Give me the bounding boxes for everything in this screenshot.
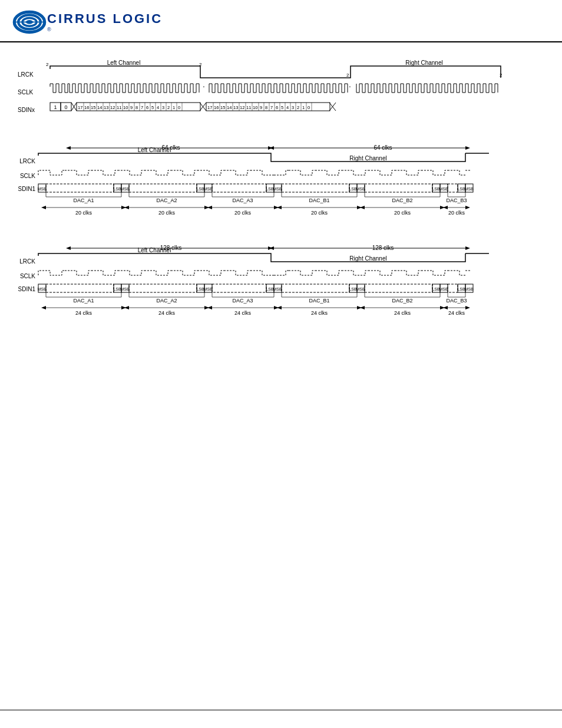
d3-a3-ahl — [207, 306, 212, 309]
bit-3: 3 — [162, 105, 164, 110]
d2-dacb3-text: DAC_B3 — [446, 197, 467, 203]
d2-right-channel: Right Channel — [349, 155, 386, 162]
d2-a1-clk-text: 20 clks — [75, 210, 92, 216]
rbit-14: 14 — [227, 105, 232, 110]
bit-annot-1a: 2 — [46, 62, 49, 67]
bit-15: 15 — [91, 105, 95, 110]
d3-b2-clk-text: 24 clks — [394, 310, 411, 316]
d3-daca1-text: DAC_A1 — [73, 298, 94, 304]
rbit-9: 9 — [260, 105, 262, 110]
logo: CIRRUS LOGIC ® — [12, 7, 163, 37]
bit-annot-1b: 2 — [199, 62, 202, 67]
left-channel-label-1: Left Channel — [107, 60, 141, 66]
d3-a2-msb: MSB — [120, 287, 130, 291]
bit-annot-1c: 2 — [346, 73, 349, 78]
d2-b3-clk-arrowhead-r — [465, 206, 470, 209]
d2-lrck-wave — [38, 153, 465, 162]
d3-b3-clk-text: 24 clks — [448, 310, 465, 316]
rbit-5: 5 — [281, 105, 283, 110]
bit-2: 2 — [167, 105, 170, 110]
d2-b1-data — [282, 184, 349, 192]
d2-a3-clk-arrowhead-l — [207, 206, 212, 209]
d2-dacb2-text: DAC_B2 — [392, 197, 412, 203]
bit-7: 7 — [141, 105, 143, 110]
d3-right-channel: Right Channel — [349, 255, 386, 262]
d3-a3-clk-text: 24 clks — [234, 310, 252, 316]
rbit-1: 1 — [302, 105, 305, 110]
d3-b3-data — [448, 284, 458, 292]
bit-1: 1 — [173, 105, 175, 110]
rbit-16: 16 — [214, 105, 219, 110]
d3-lrck-wave — [38, 253, 465, 262]
d2-b1-msb: MSB — [273, 187, 282, 191]
d3-b2-ahl — [360, 306, 365, 309]
bit-8: 8 — [135, 105, 138, 110]
rbit-12: 12 — [240, 105, 244, 110]
lrck-wave-1 — [50, 66, 501, 78]
bit-9: 9 — [130, 105, 133, 110]
lrck-label-1: LRCK — [18, 71, 34, 78]
rbit-0: 0 — [308, 105, 310, 110]
d3-dacb3-text: DAC_B3 — [446, 298, 467, 304]
diagram3: 128 clks 128 clks LRCK Left Channel Righ… — [18, 243, 544, 319]
d2-right-arrowhead-l — [269, 146, 274, 150]
d3-dacb1-text: DAC_B1 — [309, 298, 329, 304]
d2-a1-clk-arrowhead-l — [41, 206, 46, 209]
main-content: LRCK Left Channel Right Channel 2 2 2 2 … — [0, 42, 562, 355]
d2-a1-data — [46, 184, 114, 192]
bit-5: 5 — [151, 105, 154, 110]
d2-b2-msb: MSB — [356, 187, 365, 191]
d3-a2-data — [129, 284, 197, 292]
d2-left-arrowhead-l — [66, 146, 71, 150]
bit-17: 17 — [78, 105, 82, 110]
d2-a2-data — [129, 184, 197, 192]
d2-b3-clk-arrowhead-l — [443, 206, 448, 209]
d2-end-msb: MSB — [464, 187, 474, 191]
bit-0-left: 0 — [178, 105, 180, 110]
d3-dacb2-text: DAC_B2 — [392, 298, 412, 304]
bit-16: 16 — [84, 105, 89, 110]
diagram2-svg: 64 clks 64 clks LRCK Left Channel Right … — [18, 143, 536, 219]
d2-b2-clk-arrowhead-l — [360, 206, 365, 209]
d3-end-msb: MSB — [464, 287, 474, 291]
footer-divider — [0, 710, 562, 710]
rbit-7: 7 — [270, 105, 273, 110]
d2-lrck-label: LRCK — [19, 158, 35, 164]
bit-4: 4 — [157, 105, 159, 110]
d2-a3-msb: MSB — [203, 187, 213, 191]
sclk-label-1: SCLK — [18, 89, 33, 95]
d2-a1-msb: MSB — [37, 187, 47, 191]
d3-right-arrowhead-l — [269, 246, 274, 250]
d3-a1-msb: MSB — [37, 287, 47, 291]
d2-b2-data — [365, 184, 432, 192]
d3-b1-msb: MSB — [273, 287, 282, 291]
d2-b3-msb: MSB — [439, 187, 448, 191]
diagram3-svg: 128 clks 128 clks LRCK Left Channel Righ… — [18, 243, 536, 319]
sdinx-label: SDINx — [18, 107, 35, 113]
rbit-4: 4 — [286, 105, 289, 110]
d2-daca3-text: DAC_A3 — [232, 197, 253, 203]
d3-a1-clk-text: 24 clks — [75, 310, 92, 316]
d2-daca2-text: DAC_A2 — [156, 197, 177, 203]
d3-a1-ahl — [41, 306, 46, 309]
right-channel-label-1: Right Channel — [405, 60, 442, 66]
d3-a3-msb: MSB — [203, 287, 213, 291]
d3-b3-ahl — [443, 306, 448, 309]
d2-b3-clk-text: 20 clks — [448, 210, 465, 216]
d2-a3-data — [212, 184, 266, 192]
d3-sclk-group — [38, 271, 471, 275]
diagram1: LRCK Left Channel Right Channel 2 2 2 2 … — [18, 60, 544, 119]
rbit-17: 17 — [207, 105, 212, 110]
d3-lrck-label: LRCK — [19, 258, 35, 265]
d2-dacb1-text: DAC_B1 — [309, 197, 329, 203]
diagram2: 64 clks 64 clks LRCK Left Channel Right … — [18, 143, 544, 219]
d3-a1-data — [46, 284, 114, 292]
d2-daca1-text: DAC_A1 — [73, 197, 94, 203]
d3-b3-ahr — [465, 306, 470, 309]
d3-daca2-text: DAC_A2 — [156, 298, 177, 304]
d2-sclk-group — [38, 170, 471, 175]
sclk-wave-left-1 — [50, 84, 199, 93]
trademark: ® — [47, 27, 163, 32]
rbit-6: 6 — [276, 105, 278, 110]
rbit-11: 11 — [246, 105, 251, 110]
